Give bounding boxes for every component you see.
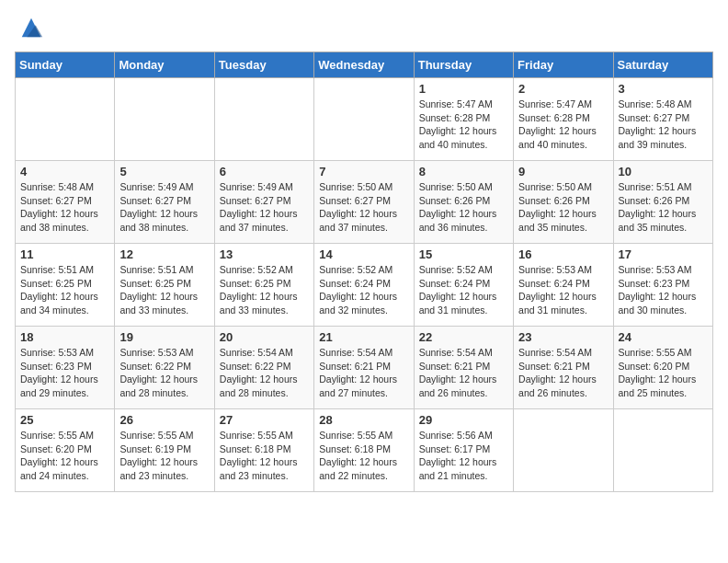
calendar-cell [214, 78, 313, 161]
day-info: Sunrise: 5:53 AM Sunset: 6:22 PM Dayligh… [119, 346, 209, 400]
calendar-cell: 29Sunrise: 5:56 AM Sunset: 6:17 PM Dayli… [414, 409, 513, 492]
day-header-monday: Monday [115, 52, 214, 78]
day-header-sunday: Sunday [16, 52, 115, 78]
day-number: 23 [518, 330, 608, 344]
calendar-cell: 28Sunrise: 5:55 AM Sunset: 6:18 PM Dayli… [314, 409, 414, 492]
day-info: Sunrise: 5:53 AM Sunset: 6:23 PM Dayligh… [20, 346, 109, 400]
day-number: 27 [220, 413, 309, 427]
day-info: Sunrise: 5:52 AM Sunset: 6:24 PM Dayligh… [319, 263, 408, 317]
day-number: 28 [319, 413, 408, 427]
day-number: 26 [119, 413, 209, 427]
calendar-table: SundayMondayTuesdayWednesdayThursdayFrid… [15, 52, 713, 492]
day-number: 6 [220, 165, 309, 178]
day-info: Sunrise: 5:55 AM Sunset: 6:19 PM Dayligh… [119, 429, 209, 483]
day-number: 20 [220, 330, 309, 344]
calendar-cell: 12Sunrise: 5:51 AM Sunset: 6:25 PM Dayli… [115, 244, 214, 327]
calendar-cell: 24Sunrise: 5:55 AM Sunset: 6:20 PM Dayli… [613, 327, 712, 409]
calendar-cell: 15Sunrise: 5:52 AM Sunset: 6:24 PM Dayli… [414, 244, 513, 327]
calendar-cell: 14Sunrise: 5:52 AM Sunset: 6:24 PM Dayli… [314, 244, 414, 327]
logo-icon [18, 15, 44, 40]
day-info: Sunrise: 5:51 AM Sunset: 6:26 PM Dayligh… [619, 180, 708, 235]
day-info: Sunrise: 5:51 AM Sunset: 6:25 PM Dayligh… [119, 263, 209, 317]
week-row-2: 4Sunrise: 5:48 AM Sunset: 6:27 PM Daylig… [16, 161, 713, 244]
day-number: 22 [419, 330, 508, 344]
day-header-friday: Friday [514, 52, 613, 78]
day-number: 1 [419, 82, 508, 96]
calendar-cell [16, 78, 115, 161]
day-header-wednesday: Wednesday [314, 52, 414, 78]
calendar-cell: 4Sunrise: 5:48 AM Sunset: 6:27 PM Daylig… [16, 161, 115, 244]
day-info: Sunrise: 5:54 AM Sunset: 6:22 PM Dayligh… [220, 346, 309, 400]
day-info: Sunrise: 5:54 AM Sunset: 6:21 PM Dayligh… [319, 346, 408, 400]
calendar-cell: 13Sunrise: 5:52 AM Sunset: 6:25 PM Dayli… [214, 244, 313, 327]
day-number: 14 [319, 247, 408, 261]
calendar-cell: 25Sunrise: 5:55 AM Sunset: 6:20 PM Dayli… [16, 409, 115, 492]
day-header-tuesday: Tuesday [214, 52, 313, 78]
day-number: 11 [20, 247, 109, 261]
logo [15, 15, 44, 40]
day-info: Sunrise: 5:48 AM Sunset: 6:27 PM Dayligh… [619, 98, 708, 152]
day-info: Sunrise: 5:52 AM Sunset: 6:25 PM Dayligh… [220, 263, 309, 317]
calendar-cell: 23Sunrise: 5:54 AM Sunset: 6:21 PM Dayli… [514, 327, 613, 409]
day-number: 8 [419, 165, 508, 178]
day-info: Sunrise: 5:55 AM Sunset: 6:20 PM Dayligh… [20, 429, 109, 483]
day-info: Sunrise: 5:53 AM Sunset: 6:23 PM Dayligh… [619, 263, 708, 317]
day-number: 5 [119, 165, 209, 178]
calendar-cell: 6Sunrise: 5:49 AM Sunset: 6:27 PM Daylig… [214, 161, 313, 244]
day-info: Sunrise: 5:48 AM Sunset: 6:27 PM Dayligh… [20, 180, 109, 235]
day-info: Sunrise: 5:50 AM Sunset: 6:26 PM Dayligh… [518, 180, 608, 235]
day-number: 3 [619, 82, 708, 96]
day-number: 18 [20, 330, 109, 344]
day-info: Sunrise: 5:49 AM Sunset: 6:27 PM Dayligh… [220, 180, 309, 235]
calendar-cell: 26Sunrise: 5:55 AM Sunset: 6:19 PM Dayli… [115, 409, 214, 492]
day-info: Sunrise: 5:51 AM Sunset: 6:25 PM Dayligh… [20, 263, 109, 317]
calendar-cell: 18Sunrise: 5:53 AM Sunset: 6:23 PM Dayli… [16, 327, 115, 409]
day-number: 4 [20, 165, 109, 178]
calendar-cell: 22Sunrise: 5:54 AM Sunset: 6:21 PM Dayli… [414, 327, 513, 409]
day-number: 25 [20, 413, 109, 427]
day-headers-row: SundayMondayTuesdayWednesdayThursdayFrid… [16, 52, 713, 78]
calendar-cell: 21Sunrise: 5:54 AM Sunset: 6:21 PM Dayli… [314, 327, 414, 409]
day-info: Sunrise: 5:56 AM Sunset: 6:17 PM Dayligh… [419, 429, 508, 483]
calendar-cell [314, 78, 414, 161]
day-number: 9 [518, 165, 608, 178]
calendar-cell: 27Sunrise: 5:55 AM Sunset: 6:18 PM Dayli… [214, 409, 313, 492]
calendar-cell: 3Sunrise: 5:48 AM Sunset: 6:27 PM Daylig… [613, 78, 712, 161]
calendar-cell [613, 409, 712, 492]
day-number: 2 [518, 82, 608, 96]
day-number: 15 [419, 247, 508, 261]
day-number: 7 [319, 165, 408, 178]
day-info: Sunrise: 5:53 AM Sunset: 6:24 PM Dayligh… [518, 263, 608, 317]
day-number: 10 [619, 165, 708, 178]
day-info: Sunrise: 5:49 AM Sunset: 6:27 PM Dayligh… [119, 180, 209, 235]
calendar-cell [514, 409, 613, 492]
day-number: 29 [419, 413, 508, 427]
day-info: Sunrise: 5:47 AM Sunset: 6:28 PM Dayligh… [518, 98, 608, 152]
day-info: Sunrise: 5:50 AM Sunset: 6:27 PM Dayligh… [319, 180, 408, 235]
calendar-cell: 5Sunrise: 5:49 AM Sunset: 6:27 PM Daylig… [115, 161, 214, 244]
page-header [15, 15, 713, 40]
calendar-cell: 10Sunrise: 5:51 AM Sunset: 6:26 PM Dayli… [613, 161, 712, 244]
day-number: 24 [619, 330, 708, 344]
day-number: 19 [119, 330, 209, 344]
calendar-cell [115, 78, 214, 161]
calendar-cell: 9Sunrise: 5:50 AM Sunset: 6:26 PM Daylig… [514, 161, 613, 244]
week-row-4: 18Sunrise: 5:53 AM Sunset: 6:23 PM Dayli… [16, 327, 713, 409]
calendar-cell: 20Sunrise: 5:54 AM Sunset: 6:22 PM Dayli… [214, 327, 313, 409]
calendar-cell: 11Sunrise: 5:51 AM Sunset: 6:25 PM Dayli… [16, 244, 115, 327]
day-info: Sunrise: 5:47 AM Sunset: 6:28 PM Dayligh… [419, 98, 508, 152]
day-info: Sunrise: 5:55 AM Sunset: 6:18 PM Dayligh… [319, 429, 408, 483]
day-info: Sunrise: 5:50 AM Sunset: 6:26 PM Dayligh… [419, 180, 508, 235]
day-number: 12 [119, 247, 209, 261]
day-number: 21 [319, 330, 408, 344]
calendar-cell: 2Sunrise: 5:47 AM Sunset: 6:28 PM Daylig… [514, 78, 613, 161]
day-info: Sunrise: 5:54 AM Sunset: 6:21 PM Dayligh… [419, 346, 508, 400]
calendar-cell: 17Sunrise: 5:53 AM Sunset: 6:23 PM Dayli… [613, 244, 712, 327]
week-row-5: 25Sunrise: 5:55 AM Sunset: 6:20 PM Dayli… [16, 409, 713, 492]
day-number: 16 [518, 247, 608, 261]
calendar-cell: 7Sunrise: 5:50 AM Sunset: 6:27 PM Daylig… [314, 161, 414, 244]
calendar-cell: 1Sunrise: 5:47 AM Sunset: 6:28 PM Daylig… [414, 78, 513, 161]
calendar-cell: 16Sunrise: 5:53 AM Sunset: 6:24 PM Dayli… [514, 244, 613, 327]
week-row-1: 1Sunrise: 5:47 AM Sunset: 6:28 PM Daylig… [16, 78, 713, 161]
day-info: Sunrise: 5:55 AM Sunset: 6:20 PM Dayligh… [619, 346, 708, 400]
